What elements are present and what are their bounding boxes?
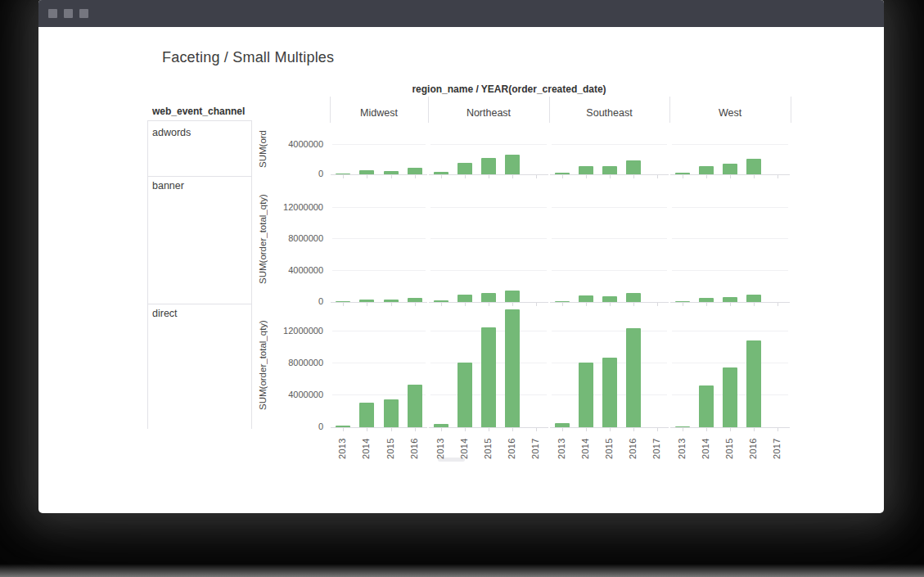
bar[interactable] <box>481 293 496 302</box>
bar[interactable] <box>579 363 593 427</box>
row-label-column-border <box>251 120 252 429</box>
bar[interactable] <box>602 166 617 174</box>
bar[interactable] <box>626 160 641 174</box>
x-tick-mark <box>610 428 611 431</box>
bar[interactable] <box>457 163 472 174</box>
facet-panel <box>429 176 548 303</box>
bar[interactable] <box>408 298 422 302</box>
bar[interactable] <box>359 403 374 427</box>
y-tick-label: 8000000 <box>271 358 323 367</box>
bar[interactable] <box>505 309 520 427</box>
gridline <box>430 144 547 145</box>
facet-column-header: West <box>669 107 791 119</box>
gridline <box>672 270 788 271</box>
bar[interactable] <box>699 166 714 174</box>
x-tick-mark <box>633 428 634 431</box>
facet-row-axis-title: web_event_channel <box>152 106 245 117</box>
facet-panel <box>429 123 548 175</box>
facet-panel <box>331 304 427 428</box>
x-tick-mark <box>730 428 731 431</box>
bar[interactable] <box>626 293 641 302</box>
x-tick-label: 2013 <box>677 433 687 459</box>
gridline <box>672 144 788 145</box>
x-tick-mark <box>512 428 513 431</box>
gridline <box>332 270 426 271</box>
x-tick-label: 2016 <box>507 433 516 459</box>
facet-panel <box>550 123 669 175</box>
bar[interactable] <box>505 291 520 302</box>
x-tick-mark <box>683 428 683 431</box>
gridline <box>430 238 547 239</box>
x-tick-mark <box>415 428 416 431</box>
bar[interactable] <box>746 159 761 174</box>
x-tick-mark <box>657 428 658 431</box>
y-axis-title: SUM(ord <box>256 123 269 174</box>
bar[interactable] <box>408 168 422 174</box>
bar[interactable] <box>336 301 350 303</box>
bar[interactable] <box>434 424 448 427</box>
bar[interactable] <box>434 300 448 302</box>
bar[interactable] <box>555 173 570 174</box>
bar[interactable] <box>481 158 496 174</box>
bar[interactable] <box>457 295 472 302</box>
y-tick-label: 4000000 <box>271 390 323 399</box>
bar[interactable] <box>457 363 472 427</box>
bar[interactable] <box>505 155 520 174</box>
x-tick-mark <box>465 428 466 431</box>
x-tick-mark <box>706 428 707 431</box>
gridline <box>332 207 426 208</box>
row-divider <box>147 176 251 177</box>
facet-panel <box>670 176 790 303</box>
gridline <box>332 331 426 331</box>
bar[interactable] <box>699 385 714 427</box>
bar[interactable] <box>723 297 737 302</box>
facet-column-header: Midwest <box>330 107 428 119</box>
x-tick-label: 2015 <box>724 433 734 459</box>
bar[interactable] <box>384 300 399 302</box>
x-tick-mark <box>489 428 489 431</box>
bar[interactable] <box>675 426 690 428</box>
y-tick-label: 8000000 <box>271 233 323 243</box>
x-tick-mark <box>536 428 537 431</box>
bar[interactable] <box>336 426 350 427</box>
gridline <box>332 144 426 145</box>
gridline <box>552 207 667 208</box>
bar[interactable] <box>384 399 399 427</box>
bar[interactable] <box>434 172 448 174</box>
facet-panel <box>331 123 427 175</box>
bar[interactable] <box>723 367 737 427</box>
bar[interactable] <box>555 301 570 303</box>
bar[interactable] <box>359 170 374 174</box>
facet-panel <box>550 176 669 303</box>
bar[interactable] <box>384 171 399 175</box>
bar[interactable] <box>626 328 641 427</box>
bar[interactable] <box>746 340 761 427</box>
bar[interactable] <box>602 296 617 302</box>
x-tick-mark <box>367 428 367 431</box>
bar[interactable] <box>746 295 761 302</box>
bar[interactable] <box>555 423 570 427</box>
bar[interactable] <box>579 166 593 174</box>
y-tick-label: 0 <box>271 421 323 431</box>
chart-area: region_name / YEAR(order_created_date) w… <box>38 0 884 513</box>
facet-row-label: banner <box>152 180 184 192</box>
bar[interactable] <box>408 385 422 427</box>
app-window: Faceting / Small Multiples region_name /… <box>38 0 884 513</box>
facet-panel <box>670 123 790 175</box>
bar[interactable] <box>699 298 714 302</box>
x-tick-label: 2016 <box>409 433 419 459</box>
bar[interactable] <box>336 174 350 175</box>
bar[interactable] <box>579 295 593 302</box>
x-tick-label: 2017 <box>772 433 782 459</box>
bar[interactable] <box>359 300 374 302</box>
gridline <box>552 331 667 331</box>
x-tick-label: 2015 <box>604 433 614 459</box>
bar[interactable] <box>723 164 737 174</box>
x-tick-label: 2013 <box>337 433 347 459</box>
facet-column-divider <box>791 97 791 123</box>
bar[interactable] <box>481 327 496 427</box>
bar[interactable] <box>675 173 690 174</box>
bar[interactable] <box>602 358 617 427</box>
bar[interactable] <box>675 301 690 303</box>
gridline <box>672 363 788 363</box>
